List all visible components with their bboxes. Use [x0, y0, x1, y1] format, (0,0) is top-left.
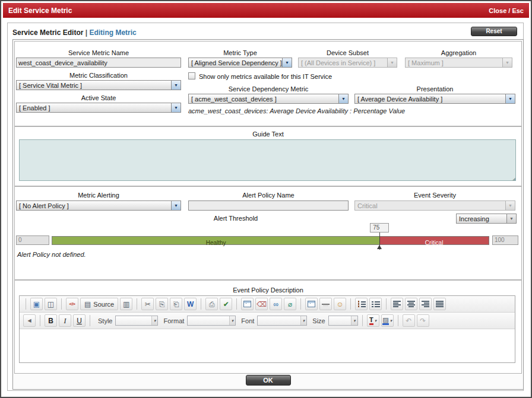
dropdown-arrow-icon: ▼ [506, 214, 516, 223]
italic-button[interactable]: I [59, 314, 71, 327]
paste-icon[interactable]: ⎗ [170, 298, 182, 310]
metric-type-dropdown[interactable]: [ Aligned Service Dependency ]▼ [188, 58, 292, 68]
undo-icon[interactable]: ↶ [403, 314, 415, 327]
table-icon[interactable] [241, 298, 254, 310]
redo-icon[interactable]: ↷ [417, 314, 429, 327]
remove-format-icon: ⌫ [256, 301, 267, 308]
remove-format-icon[interactable]: ⌫ [255, 298, 268, 310]
unlink-icon[interactable]: ⌀ [284, 298, 296, 310]
numbered-list-icon[interactable] [355, 298, 368, 310]
spell-check-icon[interactable]: ✔ [220, 298, 232, 310]
align-right-icon [421, 300, 430, 308]
smiley-icon[interactable]: ☺ [334, 298, 346, 310]
service-dependency-metric-value: [ acme_west_coast_devices ] [189, 95, 338, 103]
paste-from-word-icon[interactable]: W [184, 298, 197, 310]
copy-icon[interactable]: ⎘ [156, 298, 168, 310]
event-severity-dropdown: Critical▼ [354, 200, 515, 211]
toolbar-separator [137, 298, 137, 310]
event-policy-description-label: Event Policy Description [16, 286, 520, 294]
document-icon[interactable]: ▣ [30, 298, 43, 310]
paste-from-word-icon: W [187, 301, 194, 308]
reset-button[interactable]: Reset [471, 27, 517, 36]
font-select[interactable]: ▾ [257, 316, 307, 326]
insert-table-icon [308, 301, 315, 307]
dropdown-arrow-icon: ▾ [389, 315, 392, 326]
bold-button[interactable]: B [45, 314, 57, 327]
code-snippet-icon[interactable]: </> [66, 298, 78, 310]
alerting-section: Metric Alerting [ No Alert Policy ]▼ Ale… [14, 186, 522, 280]
threshold-direction-dropdown[interactable]: Increasing▼ [456, 214, 517, 224]
cut-icon[interactable]: ✂ [141, 298, 154, 310]
unlink-icon: ⌀ [288, 301, 292, 308]
paste-icon: ⎗ [173, 301, 179, 308]
event-severity-value: Critical [355, 202, 505, 209]
metric-type-label: Metric Type [188, 49, 292, 56]
metric-alerting-value: [ No Alert Policy ] [17, 202, 171, 209]
align-left-icon [392, 300, 401, 308]
text-color-button[interactable]: T▾ [367, 314, 379, 327]
underline-button[interactable]: U [73, 314, 86, 327]
threshold-direction-value: Increasing [457, 215, 506, 222]
alert-threshold-slider[interactable]: Healthy Critical 75 [52, 236, 489, 245]
editor-toolbar-row-1: ▣◫</>▤Source▥✂⎘⎗W⎙✔⌫∞⌀☺ [20, 296, 515, 313]
background-color-button[interactable]: ▨▾ [381, 314, 394, 327]
service-dependency-metric-dropdown[interactable]: [ acme_west_coast_devices ]▼ [188, 94, 349, 104]
active-state-dropdown[interactable]: [ Enabled ]▼ [16, 103, 181, 113]
editor-header: Service Metric Editor | Editing Metric R… [12, 27, 518, 37]
resize-grip-icon[interactable]: ◢ [512, 177, 515, 182]
alert-policy-name-label: Alert Policy Name [188, 192, 349, 199]
align-center-icon[interactable] [405, 298, 417, 310]
collapse-toolbar-button[interactable]: ◀ [23, 314, 36, 327]
critical-label: Critical [425, 240, 444, 246]
presentation-dropdown[interactable]: [ Average Device Availability ]▼ [354, 94, 515, 104]
print-icon[interactable]: ⎙ [205, 298, 218, 310]
threshold-max-box: 100 [492, 235, 518, 245]
templates-icon[interactable]: ▥ [120, 298, 132, 310]
dropdown-arrow-icon: ▼ [282, 58, 292, 67]
insert-table-icon[interactable] [305, 298, 318, 310]
guide-text-area[interactable] [19, 139, 516, 181]
link-icon[interactable]: ∞ [270, 298, 282, 310]
background-color-button: ▨ [382, 317, 388, 325]
style-select[interactable]: ▾ [115, 316, 158, 326]
source-button[interactable]: ▤Source [80, 298, 118, 310]
size-select[interactable]: ▾ [328, 316, 358, 326]
dropdown-arrow-icon: ▼ [171, 103, 180, 112]
print-icon: ⎙ [209, 301, 215, 308]
ok-button[interactable]: OK [246, 375, 291, 386]
format-select-label: Format [163, 317, 184, 324]
dropdown-arrow-icon: ▾ [373, 315, 377, 326]
editor-content-area[interactable] [20, 329, 515, 362]
metric-alerting-dropdown[interactable]: [ No Alert Policy ]▼ [16, 200, 181, 211]
alert-policy-name-input[interactable] [188, 200, 349, 211]
bold-button: B [48, 317, 53, 324]
guide-text-label: Guide Text [16, 130, 520, 138]
dialog-body: Service Metric Editor | Editing Metric R… [7, 23, 524, 391]
toolbar-separator [90, 315, 90, 326]
metric-classification-dropdown[interactable]: [ Service Vital Metric ]▼ [16, 80, 181, 90]
align-right-icon[interactable] [419, 298, 432, 310]
threshold-min-box: 0 [16, 235, 49, 245]
presentation-value: [ Average Device Availability ] [355, 95, 505, 103]
format-select[interactable]: ▾ [187, 316, 236, 326]
bulleted-list-icon[interactable] [369, 298, 382, 310]
threshold-handle-arrow-icon [377, 245, 382, 249]
templates-icon: ▥ [123, 301, 129, 308]
preview-icon[interactable]: ◫ [45, 298, 57, 310]
dropdown-arrow-icon: ▾ [151, 316, 158, 325]
metric-type-value: [ Aligned Service Dependency ] [189, 59, 282, 66]
metric-definition-section: Service Metric Name Metric Type [ Aligne… [14, 41, 522, 126]
show-only-metrics-label: Show only metrics available for this IT … [199, 73, 332, 80]
threshold-critical-bar: Critical [379, 237, 489, 244]
dropdown-arrow-icon: ▼ [505, 201, 515, 210]
align-left-icon[interactable] [391, 298, 403, 310]
dropdown-arrow-icon: ▾ [300, 316, 307, 325]
justify-icon[interactable] [433, 298, 446, 310]
dropdown-arrow-icon: ▼ [387, 58, 397, 67]
service-metric-name-input[interactable] [16, 58, 181, 68]
close-button[interactable]: Close / Esc [489, 7, 524, 14]
font-select-label: Font [241, 317, 254, 324]
show-only-metrics-checkbox[interactable] [188, 72, 195, 79]
horizontal-rule-icon[interactable] [319, 298, 332, 310]
horizontal-rule-icon [321, 300, 330, 308]
